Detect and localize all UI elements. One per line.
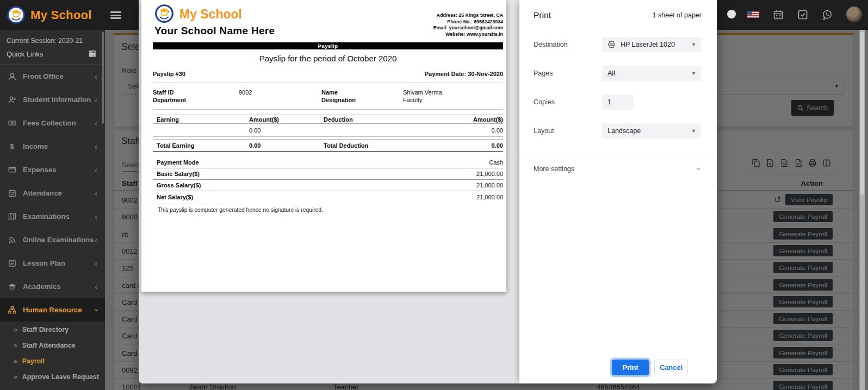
attendance-icon — [8, 189, 17, 197]
sidebar-item-fees-collection[interactable]: Fees Collection ‹ — [0, 111, 105, 135]
earnings-table: Earning Amount($) Deduction Amount($) 0.… — [153, 115, 503, 152]
school-emblem-icon — [7, 5, 26, 24]
summary-row: Payment ModeCash — [153, 157, 503, 168]
chevron-left-icon: ‹ — [95, 190, 97, 197]
payslip-footnote: This payslip is computer generated hence… — [153, 207, 503, 213]
summary-row: Basic Salary($)21,000.00 — [153, 168, 503, 180]
destination-value: HP LaserJet 1020 — [621, 41, 675, 48]
subitem-label: Staff Directory — [22, 326, 69, 334]
copies-value: 1 — [607, 98, 611, 106]
sidebar-item-label: Expenses — [23, 166, 57, 174]
sidebar-item-label: Income — [23, 142, 48, 150]
dialog-divider — [519, 154, 717, 154]
chevron-left-icon: ‹ — [95, 96, 97, 104]
pages-select[interactable]: All ▼ — [602, 66, 701, 81]
sidebar-item-attendance[interactable]: Attendance ‹ — [0, 181, 105, 205]
sidebar-item-label: Online Examinations — [23, 236, 94, 244]
layout-select[interactable]: Landscape ▼ — [602, 123, 701, 139]
payslip-school-name: Your School Name Here — [154, 25, 275, 37]
layout-label: Layout — [534, 127, 554, 135]
sidebar-item-label: Attendance — [23, 189, 62, 197]
chevron-down-icon[interactable]: › — [695, 168, 704, 171]
double-arrow-icon: » — [14, 326, 17, 334]
print-preview-pane: My School Your School Name Here Address:… — [139, 0, 519, 383]
payslip-band: Payslip — [153, 42, 503, 49]
app-logo[interactable]: My School — [7, 5, 92, 24]
chevron-left-icon: ‹ — [95, 119, 97, 127]
user-avatar[interactable] — [846, 7, 862, 22]
quick-links: Quick Links ▦ — [0, 46, 105, 65]
language-flag-icon[interactable] — [747, 11, 759, 18]
destination-select[interactable]: HP LaserJet 1020 ▼ — [602, 37, 701, 52]
sidebar-subitem-staff-directory[interactable]: » Staff Directory — [0, 322, 105, 337]
sidebar-item-label: Academics — [23, 282, 61, 291]
sidebar-item-expenses[interactable]: Expenses ‹ — [0, 158, 105, 181]
chevron-left-icon: ‹ — [95, 166, 97, 174]
chevron-down-icon: ‹ — [92, 309, 100, 311]
task-check-icon[interactable] — [797, 9, 808, 20]
online-examinations-icon — [8, 236, 17, 244]
header-circle-icon[interactable] — [727, 10, 736, 18]
examinations-icon — [8, 212, 17, 221]
chevron-left-icon: ‹ — [95, 283, 97, 291]
payslip-contact-block: Address: 25 Kings Street, CA Phone No.: … — [433, 12, 503, 37]
sidebar-item-human-resource[interactable]: Human Resource ‹ — [0, 298, 105, 322]
sidebar-subitem-staff-attendance[interactable]: » Staff Attendance — [0, 337, 105, 353]
current-session-label: Current Session: 2020-21 — [0, 30, 105, 46]
payslip-number: Payslip #30 — [153, 71, 185, 77]
sidebar-toggle-button[interactable] — [110, 11, 121, 19]
chevron-left-icon: ‹ — [95, 213, 97, 221]
copies-input[interactable]: 1 — [602, 95, 634, 110]
summary-row: Gross Salary($)21,000.00 — [153, 180, 503, 191]
school-emblem-icon — [154, 4, 174, 23]
calendar-icon[interactable] — [773, 9, 784, 20]
lesson-plan-icon — [8, 259, 17, 267]
sidebar-item-label: Front Office — [23, 72, 64, 80]
chevron-left-icon: ‹ — [95, 236, 97, 244]
double-arrow-icon: » — [14, 342, 17, 349]
dropdown-arrow-icon: ▼ — [691, 42, 696, 47]
sidebar-subitem-payroll[interactable]: » Payroll — [0, 353, 105, 369]
whatsapp-icon[interactable] — [822, 9, 833, 20]
signature-line — [156, 204, 226, 204]
more-settings-toggle[interactable]: More settings — [534, 165, 574, 173]
layout-value: Landscape — [607, 127, 641, 135]
brand-name: My School — [30, 8, 92, 22]
income-icon: $ — [8, 142, 17, 150]
sidebar-subitem-approve-leave-request[interactable]: » Approve Leave Request — [0, 369, 105, 385]
sidebar-item-lesson-plan[interactable]: Lesson Plan ‹ — [0, 251, 105, 275]
sidebar-item-student-information[interactable]: Student Information ‹ — [0, 88, 105, 111]
student-information-icon — [8, 96, 17, 104]
app-root: My School Current Session: 2020-21 Quick… — [0, 0, 868, 390]
sidebar: Current Session: 2020-21 Quick Links ▦ F… — [0, 30, 105, 390]
sidebar-item-online-examinations[interactable]: Online Examinations ‹ — [0, 228, 105, 251]
svg-text:$: $ — [10, 142, 14, 150]
page-scrollbar[interactable] — [859, 30, 865, 390]
dropdown-arrow-icon: ▼ — [691, 71, 696, 76]
sidebar-item-examinations[interactable]: Examinations ‹ — [0, 205, 105, 228]
print-settings-panel: Print 1 sheet of paper Destination HP La… — [519, 0, 717, 383]
sidebar-item-label: Fees Collection — [23, 119, 76, 127]
sheet-count: 1 sheet of paper — [653, 11, 702, 19]
subitem-label: Approve Leave Request — [22, 373, 99, 381]
sidebar-item-income[interactable]: $ Income ‹ — [0, 135, 105, 158]
expenses-icon — [8, 166, 17, 174]
quick-links-grid-icon[interactable]: ▦ — [89, 48, 96, 58]
payslip-brand: My School — [179, 7, 242, 22]
sidebar-scrollbar[interactable] — [102, 32, 104, 124]
sidebar-item-front-office[interactable]: Front Office ‹ — [0, 65, 105, 88]
summary-row: Net Salary($)21,000.00 — [153, 191, 503, 203]
cancel-button[interactable]: Cancel — [654, 360, 688, 375]
print-dialog-title: Print — [534, 10, 551, 20]
pages-value: All — [607, 70, 615, 77]
sidebar-item-label: Human Resource — [23, 306, 82, 314]
subitem-label: Staff Attendance — [22, 342, 76, 349]
sidebar-item-label: Student Information — [23, 96, 91, 104]
chevron-left-icon: ‹ — [95, 73, 97, 80]
sidebar-subitem-apply-leave[interactable]: » Apply Leave — [0, 385, 105, 390]
print-button[interactable]: Print — [612, 360, 649, 375]
academics-icon — [8, 282, 17, 291]
sidebar-item-label: Examinations — [23, 212, 70, 221]
sidebar-item-label: Lesson Plan — [23, 259, 65, 267]
sidebar-item-academics[interactable]: Academics ‹ — [0, 275, 105, 298]
